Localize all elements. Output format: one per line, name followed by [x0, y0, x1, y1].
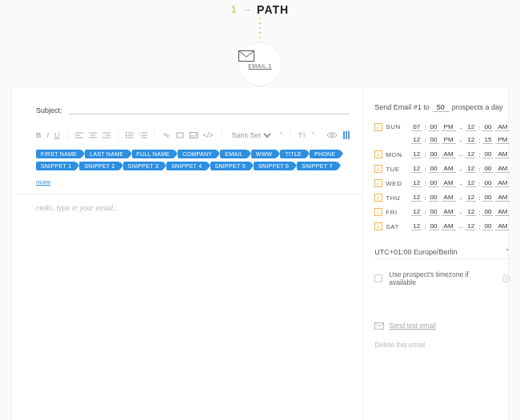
link-button[interactable] [162, 132, 170, 138]
time-hour-input[interactable] [411, 165, 422, 173]
merge-tag[interactable]: SNIPPET 6 [254, 162, 294, 170]
day-checkbox[interactable]: ✓ [374, 222, 382, 230]
bold-button[interactable]: B [36, 131, 42, 139]
time-min-input[interactable] [429, 208, 439, 216]
time-hour-input[interactable] [411, 194, 422, 202]
time-min-input[interactable] [429, 165, 439, 173]
time-min-input[interactable] [429, 136, 439, 144]
image-button[interactable] [190, 132, 198, 138]
delete-email-link[interactable]: Delete this email [374, 341, 510, 349]
time-ampm-input[interactable] [442, 150, 456, 158]
time-min-input[interactable] [429, 150, 439, 158]
time-ampm-input[interactable] [442, 222, 456, 230]
subject-input[interactable] [69, 103, 350, 114]
day-checkbox[interactable]: ✓ [374, 208, 382, 216]
svg-rect-6 [177, 133, 183, 138]
code-button[interactable]: </> [203, 131, 214, 139]
time-hour-input[interactable] [411, 150, 422, 158]
merge-tag[interactable]: SNIPPET 4 [166, 162, 206, 170]
time-ampm-input[interactable] [442, 165, 456, 173]
day-checkbox[interactable]: ✓ [374, 165, 382, 173]
preview-button[interactable] [326, 131, 338, 139]
time-hour-input[interactable] [466, 165, 476, 173]
use-prospect-tz-checkbox[interactable] [374, 274, 382, 282]
day-checkbox[interactable]: ✓ [374, 194, 382, 202]
time-hour-input[interactable] [411, 136, 422, 144]
time-ampm-input[interactable] [495, 208, 510, 216]
time-hour-input[interactable] [411, 222, 422, 230]
email-node-label: EMAIL 1 [238, 63, 282, 69]
time-ampm-input[interactable] [495, 194, 510, 202]
merge-tag[interactable]: LAST NAME [85, 150, 128, 158]
merge-tag[interactable]: FULL NAME [132, 150, 175, 158]
merge-tag[interactable]: WWW [251, 150, 278, 158]
time-min-input[interactable] [429, 194, 439, 202]
time-ampm-input[interactable] [442, 179, 456, 187]
time-ampm-input[interactable] [495, 179, 510, 187]
prospects-per-day-input[interactable] [432, 103, 450, 112]
timezone-select[interactable]: UTC+01:00 Europe/Berlin ˅ [374, 248, 510, 259]
chevron-down-icon[interactable]: ˅ [279, 131, 283, 139]
time-min-input[interactable] [482, 150, 493, 158]
merge-tag[interactable]: SNIPPET 5 [210, 162, 250, 170]
time-min-input[interactable] [429, 179, 439, 187]
day-checkbox[interactable]: ✓ [374, 123, 382, 131]
time-hour-input[interactable] [466, 123, 476, 131]
time-ampm-input[interactable] [442, 136, 456, 144]
time-ampm-input[interactable] [495, 222, 510, 230]
time-min-input[interactable] [482, 194, 493, 202]
variables-button[interactable] [343, 131, 350, 139]
merge-tag[interactable]: TITLE [280, 150, 306, 158]
align-right-button[interactable] [102, 132, 110, 138]
align-left-button[interactable] [75, 132, 83, 138]
time-ampm-input[interactable] [495, 165, 510, 173]
bullet-list-button[interactable] [126, 132, 134, 138]
chevron-down-icon[interactable]: ˅ [311, 131, 315, 139]
time-ampm-input[interactable] [442, 123, 456, 131]
time-min-input[interactable] [482, 222, 493, 230]
time-hour-input[interactable] [466, 150, 476, 158]
merge-tag[interactable]: PHONE [310, 150, 340, 158]
time-ampm-input[interactable] [442, 194, 456, 202]
align-center-button[interactable] [89, 132, 97, 138]
time-min-input[interactable] [429, 222, 439, 230]
unlink-button[interactable] [176, 132, 184, 138]
time-ampm-input[interactable] [495, 123, 510, 131]
merge-tag[interactable]: FIRST NAME [36, 150, 82, 158]
send-test-email-link[interactable]: Send test email [374, 322, 510, 330]
time-hour-input[interactable] [411, 123, 422, 131]
day-checkbox[interactable]: ✓ [374, 179, 382, 187]
text-size-button[interactable]: TT [298, 131, 306, 139]
time-hour-input[interactable] [466, 208, 476, 216]
time-min-input[interactable] [429, 123, 439, 131]
day-checkbox[interactable]: ✓ [374, 150, 382, 158]
merge-tag[interactable]: SNIPPET 2 [79, 162, 119, 170]
merge-tag[interactable]: COMPANY [178, 150, 217, 158]
merge-tag[interactable]: SNIPPET 3 [123, 162, 163, 170]
time-min-input[interactable] [482, 208, 493, 216]
italic-button[interactable]: I [47, 131, 50, 139]
merge-tag[interactable]: EMAIL [220, 150, 248, 158]
time-hour-input[interactable] [466, 179, 476, 187]
time-ampm-input[interactable] [442, 208, 456, 216]
more-tags-link[interactable]: more [36, 178, 50, 186]
underline-button[interactable]: U [54, 131, 60, 139]
time-hour-input[interactable] [411, 179, 422, 187]
email-node[interactable]: EMAIL 1 [238, 42, 282, 86]
time-hour-input[interactable] [466, 136, 476, 144]
time-hour-input[interactable] [466, 194, 476, 202]
numbered-list-button[interactable]: 12 [139, 132, 147, 138]
email-body-input[interactable]: Hello, type in your email... [36, 204, 350, 212]
merge-tag[interactable]: SNIPPET 1 [36, 162, 76, 170]
time-min-input[interactable] [482, 165, 493, 173]
font-family-select[interactable]: Sans Serif [229, 130, 274, 140]
time-min-input[interactable] [482, 136, 493, 144]
merge-tag[interactable]: SNIPPET 7 [297, 162, 337, 170]
time-hour-input[interactable] [411, 208, 422, 216]
help-icon[interactable]: ? [502, 274, 510, 282]
time-hour-input[interactable] [466, 222, 476, 230]
time-min-input[interactable] [482, 123, 493, 131]
time-ampm-input[interactable] [495, 150, 510, 158]
time-ampm-input[interactable] [495, 136, 510, 144]
time-min-input[interactable] [482, 179, 493, 187]
